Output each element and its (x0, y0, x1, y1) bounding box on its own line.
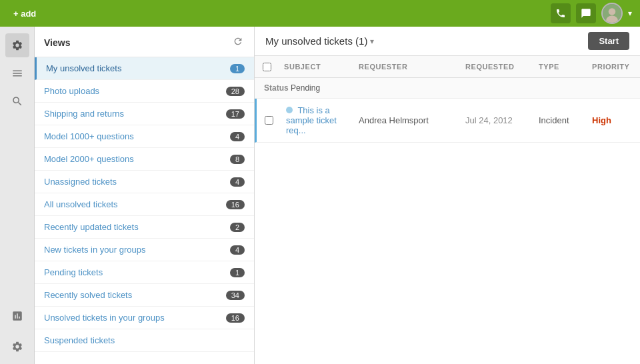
col-requested: REQUESTED (460, 60, 533, 73)
view-item-label-7: Recently updated tickets (44, 222, 139, 232)
content-title-text: My unsolved tickets (1) (265, 35, 367, 47)
view-item-0[interactable]: My unsolved tickets1 (35, 57, 254, 80)
add-button[interactable]: + add (8, 6, 41, 21)
view-item-badge-5: 4 (230, 177, 245, 187)
top-bar: + add ▾ (0, 0, 640, 27)
view-item-9[interactable]: Pending tickets1 (35, 261, 254, 284)
view-item-label-10: Recently solved tickets (44, 290, 132, 300)
view-item-11[interactable]: Unsolved tickets in your groups16 (35, 307, 254, 329)
view-item-2[interactable]: Shipping and returns17 (35, 103, 254, 125)
status-label-text: Status (264, 83, 289, 93)
view-item-label-5: Unassigned tickets (44, 177, 117, 187)
chat-icon[interactable] (576, 3, 596, 23)
status-dot (286, 107, 293, 113)
ticket-table: SUBJECT REQUESTER REQUESTED TYPE PRIORIT… (255, 56, 640, 364)
content-header: My unsolved tickets (1) ▾ Start (255, 27, 640, 56)
view-item-label-9: Pending tickets (44, 267, 103, 277)
views-panel: Views My unsolved tickets1Photo uploads2… (35, 27, 255, 364)
view-item-badge-7: 2 (230, 223, 245, 232)
avatar[interactable] (601, 3, 623, 24)
col-type: TYPE (533, 60, 587, 73)
icon-sidebar (0, 27, 35, 364)
view-item-label-12: Suspended tickets (44, 335, 115, 345)
view-item-label-11: Unsolved tickets in your groups (44, 313, 165, 323)
view-item-label-8: New tickets in your groups (44, 245, 145, 255)
view-item-8[interactable]: New tickets in your groups4 (35, 239, 254, 261)
view-item-badge-4: 8 (230, 155, 245, 164)
col-subject: SUBJECT (279, 60, 353, 73)
status-value-text: Pending (291, 83, 320, 93)
title-dropdown-icon[interactable]: ▾ (370, 37, 374, 46)
view-item-10[interactable]: Recently solved tickets34 (35, 284, 254, 307)
row-checkbox[interactable] (257, 116, 281, 125)
sidebar-icon-menu[interactable] (5, 61, 29, 85)
col-requester: REQUESTER (353, 60, 460, 73)
view-item-badge-0: 1 (230, 64, 245, 73)
view-item-badge-8: 4 (230, 245, 245, 255)
table-header: SUBJECT REQUESTER REQUESTED TYPE PRIORIT… (255, 56, 640, 78)
views-title: Views (44, 37, 70, 48)
view-item-3[interactable]: Model 1000+ questions4 (35, 125, 254, 148)
status-group-header: Status Pending (255, 78, 640, 99)
content-title: My unsolved tickets (1) ▾ (265, 35, 374, 47)
view-item-12[interactable]: Suspended tickets (35, 329, 254, 352)
sidebar-icon-settings[interactable] (5, 33, 29, 57)
start-button[interactable]: Start (588, 32, 629, 50)
view-item-badge-10: 34 (226, 291, 245, 300)
view-item-label-3: Model 1000+ questions (44, 131, 134, 141)
topbar-right: ▾ (551, 3, 632, 24)
view-item-badge-6: 16 (226, 200, 245, 209)
view-item-6[interactable]: All unsolved tickets16 (35, 193, 254, 216)
main-content: My unsolved tickets (1) ▾ Start SUBJECT … (255, 27, 640, 364)
view-item-5[interactable]: Unassigned tickets4 (35, 171, 254, 193)
col-priority: PRIORITY (587, 60, 640, 73)
row-priority: High (587, 109, 640, 132)
view-item-badge-1: 28 (226, 87, 245, 96)
sidebar-icon-gear2[interactable] (5, 335, 29, 359)
view-item-label-4: Model 2000+ questions (44, 154, 134, 164)
view-item-badge-3: 4 (230, 132, 245, 141)
view-item-badge-11: 16 (226, 313, 245, 323)
svg-point-1 (609, 8, 616, 15)
phone-icon[interactable] (551, 3, 571, 23)
select-all-checkbox[interactable] (255, 60, 279, 73)
refresh-button[interactable] (231, 35, 245, 50)
view-item-badge-9: 1 (230, 268, 245, 277)
sidebar-icon-chart[interactable] (5, 304, 29, 328)
views-header: Views (35, 27, 254, 57)
view-item-label-2: Shipping and returns (44, 109, 124, 119)
topbar-left: + add (8, 6, 41, 21)
main-layout: Views My unsolved tickets1Photo uploads2… (0, 27, 640, 364)
view-item-label-1: Photo uploads (44, 86, 99, 96)
view-item-label-6: All unsolved tickets (44, 199, 118, 209)
view-item-1[interactable]: Photo uploads28 (35, 80, 254, 103)
table-row[interactable]: This is a sample ticket req... Andrea He… (255, 99, 640, 143)
view-item-4[interactable]: Model 2000+ questions8 (35, 148, 254, 171)
avatar-dropdown-icon[interactable]: ▾ (628, 9, 632, 18)
row-date: Jul 24, 2012 (460, 109, 533, 132)
row-requester: Andrea Helmsport (353, 109, 460, 132)
view-item-7[interactable]: Recently updated tickets2 (35, 216, 254, 239)
row-type: Incident (533, 109, 587, 132)
ticket-subject-text: This is a sample ticket req... (286, 105, 337, 135)
row-subject: This is a sample ticket req... (281, 99, 353, 142)
views-list: My unsolved tickets1Photo uploads28Shipp… (35, 57, 254, 364)
view-item-badge-2: 17 (226, 109, 245, 119)
sidebar-icon-search[interactable] (5, 89, 29, 113)
view-item-label-0: My unsolved tickets (46, 63, 121, 73)
